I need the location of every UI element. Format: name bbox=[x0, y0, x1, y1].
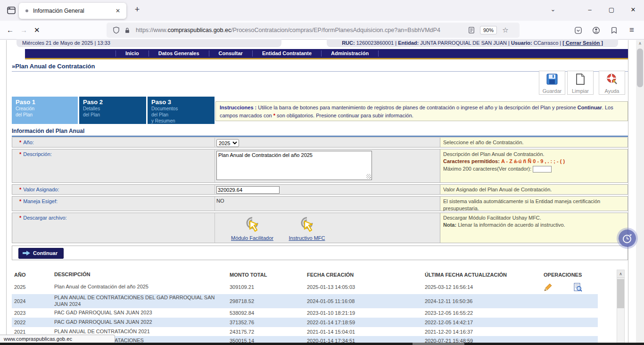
field-row-year: *Año: 2025 Seleccione el año de Contrata… bbox=[12, 137, 628, 148]
description-help-1: Descripción del Plan Anual de Contrataci… bbox=[443, 151, 625, 158]
required-asterisk: * bbox=[19, 215, 21, 221]
year-help: Seleccione el año de Contratación. bbox=[440, 137, 628, 148]
download-note: Llenar la información de acuerdo al inst… bbox=[456, 222, 565, 228]
table-row: 2024 PLAN ANUAL DE CONTRATACIONES DEL GA… bbox=[12, 294, 598, 308]
menu-gold-underline bbox=[25, 58, 628, 59]
click-download-icon bbox=[297, 215, 317, 234]
field-row-description: *Descripción: Plan Anual de Contratación… bbox=[12, 149, 628, 183]
scroll-up-icon[interactable]: ∧ bbox=[617, 270, 624, 278]
required-asterisk: * bbox=[19, 198, 21, 204]
tab-close-icon[interactable]: ✕ bbox=[113, 7, 123, 15]
status-bar-link: www.compraspublicas.gob.ec bbox=[0, 335, 115, 343]
bottom-strip bbox=[0, 343, 644, 345]
year-label: Año: bbox=[23, 140, 34, 145]
minimize-button[interactable]: – bbox=[579, 6, 601, 13]
arrow-right-icon bbox=[23, 250, 30, 256]
col-header-description: DESCRIPCIÓN bbox=[54, 271, 230, 278]
field-row-assigned-value: *Valor Asignado: Valor Asignado del Plan… bbox=[12, 184, 628, 195]
menu-item-entidad-contratante[interactable]: Entidad Contratante bbox=[253, 50, 322, 57]
table-scrollbar-thumb[interactable] bbox=[617, 279, 624, 308]
clear-button[interactable]: Limpiar bbox=[567, 71, 594, 95]
required-asterisk: * bbox=[19, 140, 21, 145]
user-value: CCarrasco bbox=[534, 40, 559, 46]
step-3-tab[interactable]: Paso 3 Documentos del Plan y Resumen bbox=[148, 97, 215, 124]
new-tab-button[interactable]: + bbox=[131, 5, 143, 15]
description-textarea[interactable]: Plan Anual de Contratación del año 2025 bbox=[216, 151, 372, 180]
account-icon[interactable] bbox=[590, 25, 602, 36]
entity-value: JUNTA PARROQUIAL DE SAN JUAN bbox=[420, 40, 507, 46]
ruc-value: 1260023860001 bbox=[356, 40, 394, 46]
browser-tab[interactable]: Información General ✕ bbox=[19, 3, 126, 19]
stop-button[interactable]: ✕ bbox=[34, 26, 40, 34]
lock-icon[interactable] bbox=[122, 25, 133, 36]
click-download-icon bbox=[242, 215, 263, 234]
scroll-up-icon[interactable]: ∧ bbox=[636, 40, 644, 48]
extensions-icon[interactable] bbox=[608, 25, 619, 36]
col-header-year: AÑO bbox=[12, 272, 54, 278]
modulo-facilitador-link[interactable]: Módulo Facilitador bbox=[229, 235, 276, 241]
pocket-icon[interactable] bbox=[572, 25, 584, 36]
close-button[interactable]: ✕ bbox=[622, 6, 644, 13]
required-asterisk: * bbox=[19, 187, 21, 192]
instructivo-mfc-link[interactable]: Instructivo MFC bbox=[283, 235, 330, 241]
view-document-icon[interactable] bbox=[573, 283, 582, 292]
zoom-level-badge[interactable]: 90% bbox=[480, 26, 497, 34]
table-header-row: AÑO DESCRIPCIÓN MONTO TOTAL FECHA CREACI… bbox=[12, 270, 598, 280]
back-button[interactable]: ← bbox=[7, 26, 14, 34]
url-bar[interactable]: https://www.compraspublicas.gob.ec/Proce… bbox=[107, 23, 520, 38]
save-button[interactable]: Guardar bbox=[539, 71, 565, 95]
step-1-tab[interactable]: Paso 1 Creación del Plan bbox=[12, 97, 78, 124]
resize-grip-icon[interactable] bbox=[366, 174, 371, 179]
logout-link[interactable]: [ Cerrar Sesión ] bbox=[562, 40, 603, 46]
assigned-value-input[interactable] bbox=[216, 186, 280, 194]
field-row-esigef: *Maneja Esigef: NO El sistema valida aut… bbox=[12, 196, 628, 211]
table-scrollbar[interactable]: ∧ bbox=[617, 270, 625, 345]
toolbar-right-icons: ≡ bbox=[572, 23, 637, 38]
menu-item-consultar[interactable]: Consultar bbox=[209, 50, 253, 57]
shield-icon[interactable] bbox=[110, 25, 122, 36]
edit-pencil-icon[interactable] bbox=[544, 283, 553, 292]
download-help-1: Descargar Módulo Facilitador Ushay MFC. bbox=[443, 214, 625, 222]
continue-button[interactable]: Continuar bbox=[18, 248, 64, 259]
col-header-operations: OPERACIONES bbox=[542, 272, 598, 278]
list-tabs-chevron-icon[interactable]: ⌄ bbox=[547, 6, 559, 13]
reader-mode-icon[interactable] bbox=[466, 25, 477, 36]
help-button[interactable]: Ayuda bbox=[599, 71, 625, 95]
user-label: Usuario: bbox=[511, 40, 532, 46]
esigef-value: NO bbox=[216, 198, 224, 204]
year-select[interactable]: 2025 bbox=[216, 139, 239, 147]
page-left-border bbox=[6, 40, 7, 343]
forward-button: → bbox=[20, 26, 27, 34]
bookmark-star-icon[interactable]: ☆ bbox=[500, 25, 511, 36]
entity-label: Entidad: bbox=[398, 40, 419, 46]
url-text: https://www.compraspublicas.gob.ec/Proce… bbox=[136, 27, 466, 33]
required-asterisk: * bbox=[19, 151, 21, 157]
action-toolbar: Guardar Limpiar Ayuda bbox=[539, 71, 625, 95]
table-row: 2022 PAC GAD PARROQUIAL SAN JUAN 2022 37… bbox=[12, 318, 598, 327]
menu-item-administracion[interactable]: Administración bbox=[322, 50, 379, 57]
window-controls: – ▢ ✕ bbox=[579, 0, 644, 19]
step-2-tab[interactable]: Paso 2 Detalles del Plan bbox=[79, 97, 146, 124]
allowed-chars-label: Caracteres permitidos: bbox=[443, 158, 500, 164]
menu-item-inicio[interactable]: Inicio bbox=[116, 50, 149, 57]
firefox-view-icon[interactable] bbox=[5, 4, 18, 17]
window-scrollbar-thumb[interactable] bbox=[637, 49, 643, 87]
esigef-label: Maneja Esigef: bbox=[23, 198, 58, 204]
instructivo-mfc-download[interactable]: Instructivo MFC bbox=[283, 215, 330, 241]
window-scrollbar[interactable]: ∧ bbox=[636, 40, 644, 345]
tab-title: Información General bbox=[33, 8, 113, 14]
char-counter-input[interactable] bbox=[533, 166, 552, 172]
menu-icon[interactable]: ≡ bbox=[626, 25, 637, 36]
description-label: Descripción: bbox=[23, 151, 52, 157]
modulo-facilitador-download[interactable]: Módulo Facilitador bbox=[229, 215, 276, 241]
continue-row: Continuar bbox=[12, 246, 628, 260]
floating-timer-widget[interactable] bbox=[619, 230, 636, 247]
datetime-label: Miércoles 21 de Mayo de 2025 | 13:33 bbox=[17, 39, 281, 47]
life-preserver-icon bbox=[606, 73, 618, 85]
field-row-download: *Descargar archivo: Módulo Facilitador I… bbox=[12, 213, 628, 243]
session-info: RUC: 1260023860001 | Entidad: JUNTA PARR… bbox=[327, 39, 618, 47]
menu-item-datos-generales[interactable]: Datos Generales bbox=[149, 50, 209, 57]
col-header-created: FECHA CREACIÓN bbox=[307, 272, 425, 278]
floppy-disk-icon bbox=[546, 73, 558, 85]
maximize-button[interactable]: ▢ bbox=[601, 6, 622, 13]
